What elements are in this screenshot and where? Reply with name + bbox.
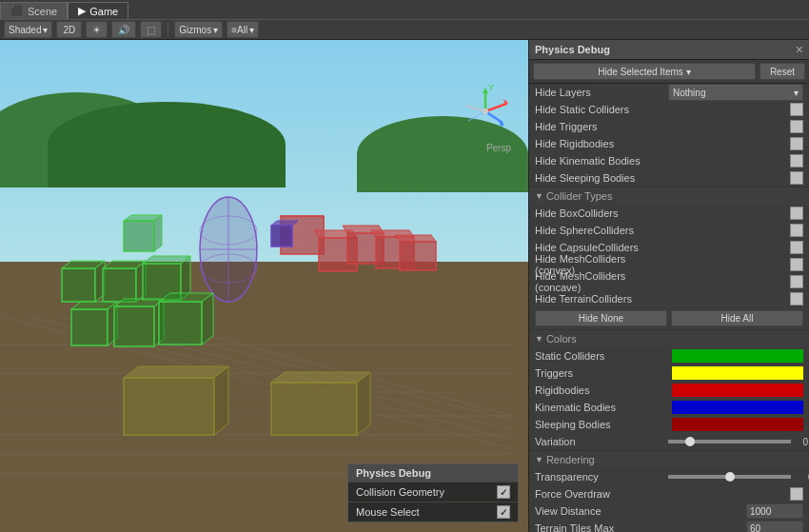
hide-none-button[interactable]: Hide None bbox=[535, 310, 667, 326]
hide-layers-value: Nothing bbox=[673, 88, 705, 98]
svg-marker-27 bbox=[395, 235, 436, 242]
gizmos-chevron: ▾ bbox=[213, 25, 218, 35]
force-overdraw-label: Force Overdraw bbox=[535, 488, 668, 500]
svg-rect-28 bbox=[400, 242, 436, 270]
hide-rigidbodies-row: Hide Rigidbodies bbox=[529, 135, 809, 152]
light-button[interactable]: ☀ bbox=[86, 21, 108, 38]
svg-rect-56 bbox=[271, 226, 292, 246]
physics-popup-item-collision[interactable]: Collision Geometry ✓ bbox=[348, 482, 518, 502]
hide-capsule-checkbox[interactable] bbox=[790, 241, 803, 254]
hide-layers-value-container: Nothing ▾ bbox=[668, 84, 803, 101]
view-distance-input[interactable] bbox=[746, 503, 803, 519]
rendering-label: Rendering bbox=[546, 454, 595, 465]
hide-mesh-concave-checkbox[interactable] bbox=[790, 275, 803, 288]
svg-point-67 bbox=[483, 108, 488, 114]
svg-marker-46 bbox=[202, 293, 213, 345]
svg-rect-44 bbox=[159, 302, 202, 345]
hide-static-row: Hide Static Colliders bbox=[529, 101, 809, 118]
all-chevron: ▾ bbox=[249, 25, 254, 35]
tab-bar: ⬛ Scene ▶ Game bbox=[0, 0, 809, 19]
sleeping-bodies-label: Sleeping Bodies bbox=[535, 419, 668, 430]
terrain-tiles-input[interactable] bbox=[746, 521, 803, 532]
rigidbodies-color-row: Rigidbodies bbox=[529, 382, 809, 399]
collision-geometry-label: Collision Geometry bbox=[356, 486, 444, 498]
hide-selected-button[interactable]: Hide Selected Items ▾ bbox=[533, 63, 756, 80]
hide-box-checkbox[interactable] bbox=[790, 207, 803, 220]
collision-geometry-checkbox[interactable]: ✓ bbox=[497, 485, 510, 499]
variation-row: Variation 0.15 bbox=[529, 433, 809, 450]
hide-buttons-row: Hide None Hide All bbox=[529, 307, 809, 329]
shading-label: Shaded bbox=[9, 25, 41, 35]
transparency-slider-container: 0.5 bbox=[668, 472, 809, 483]
collider-types-arrow: ▼ bbox=[535, 191, 543, 201]
view-distance-label: View Distance bbox=[535, 505, 668, 517]
collision-checkmark: ✓ bbox=[500, 487, 507, 498]
effects-button[interactable]: ⬚ bbox=[140, 21, 162, 38]
svg-marker-49 bbox=[154, 215, 162, 251]
hide-kinematic-row: Hide Kinematic Bodies bbox=[529, 152, 809, 169]
triggers-label: Triggers bbox=[535, 367, 668, 379]
transparency-slider[interactable] bbox=[668, 475, 791, 479]
panel-close-button[interactable]: × bbox=[796, 42, 803, 57]
collider-types-header[interactable]: ▼ Collider Types bbox=[529, 187, 809, 205]
transparency-value: 0.5 bbox=[795, 472, 809, 483]
hide-mesh-convex-checkbox[interactable] bbox=[790, 258, 803, 271]
hide-kinematic-checkbox[interactable] bbox=[790, 154, 803, 167]
hide-sleeping-checkbox[interactable] bbox=[790, 171, 803, 185]
kinematic-color-swatch[interactable] bbox=[672, 401, 803, 414]
hide-terrain-checkbox[interactable] bbox=[790, 292, 803, 305]
triggers-color-swatch[interactable] bbox=[672, 366, 803, 380]
hide-all-button[interactable]: Hide All bbox=[671, 310, 803, 326]
hide-terrain-label: Hide TerrainColliders bbox=[535, 293, 668, 305]
static-colliders-color-swatch[interactable] bbox=[672, 349, 803, 363]
mode-2d-button[interactable]: 2D bbox=[56, 21, 82, 38]
audio-icon: 🔊 bbox=[118, 25, 129, 35]
viewport[interactable]: Persp Y bbox=[0, 40, 528, 532]
mode-2d-label: 2D bbox=[63, 25, 75, 35]
gizmos-dropdown[interactable]: Gizmos ▾ bbox=[174, 21, 223, 38]
sleeping-color-row: Sleeping Bodies bbox=[529, 416, 809, 433]
hide-box-row: Hide BoxColliders bbox=[529, 205, 809, 222]
toolbar: Shaded ▾ 2D ☀ 🔊 ⬚ Gizmos ▾ ≡All ▾ bbox=[0, 19, 809, 40]
hide-static-checkbox[interactable] bbox=[790, 103, 803, 116]
hide-layers-dropdown[interactable]: Nothing ▾ bbox=[668, 84, 803, 101]
static-colliders-color-row: Static Colliders bbox=[529, 347, 809, 365]
all-dropdown[interactable]: ≡All ▾ bbox=[227, 21, 259, 38]
variation-value: 0.15 bbox=[795, 437, 809, 447]
force-overdraw-row: Force Overdraw bbox=[529, 485, 809, 502]
hide-kinematic-label: Hide Kinematic Bodies bbox=[535, 155, 668, 167]
svg-marker-54 bbox=[271, 372, 370, 383]
hide-sphere-checkbox[interactable] bbox=[790, 224, 803, 237]
hide-mesh-concave-row: Hide MeshColliders (concave) bbox=[529, 273, 809, 290]
reset-button[interactable]: Reset bbox=[760, 63, 805, 80]
game-tab-label: Game bbox=[89, 6, 118, 17]
colors-label: Colors bbox=[546, 333, 577, 345]
shading-dropdown[interactable]: Shaded ▾ bbox=[4, 21, 52, 38]
terrain-tiles-label: Terrain Tiles Max bbox=[535, 522, 668, 532]
tab-scene[interactable]: ⬛ Scene bbox=[0, 2, 68, 19]
hide-box-label: Hide BoxColliders bbox=[535, 207, 668, 219]
rigidbodies-color-swatch[interactable] bbox=[672, 384, 803, 397]
tab-game[interactable]: ▶ Game bbox=[68, 2, 128, 19]
physics-popup-item-mouse[interactable]: Mouse Select ✓ bbox=[348, 502, 518, 522]
view-distance-row: View Distance bbox=[529, 502, 809, 520]
colors-header[interactable]: ▼ Colors bbox=[529, 329, 809, 347]
rendering-header[interactable]: ▼ Rendering bbox=[529, 450, 809, 468]
hide-layers-label: Hide Layers bbox=[535, 87, 668, 98]
hide-sleeping-label: Hide Sleeping Bodies bbox=[535, 172, 668, 184]
audio-button[interactable]: 🔊 bbox=[111, 21, 136, 38]
sleeping-color-swatch[interactable] bbox=[672, 418, 803, 431]
hide-triggers-checkbox[interactable] bbox=[790, 120, 803, 133]
triggers-color-row: Triggers bbox=[529, 365, 809, 382]
force-overdraw-checkbox[interactable] bbox=[790, 487, 803, 501]
panel-title: Physics Debug bbox=[535, 44, 610, 55]
hide-rigidbodies-checkbox[interactable] bbox=[790, 137, 803, 150]
mouse-select-checkbox[interactable]: ✓ bbox=[497, 505, 510, 519]
gizmo[interactable]: Y bbox=[457, 83, 514, 140]
svg-marker-55 bbox=[357, 372, 370, 435]
hide-rigidbodies-label: Hide Rigidbodies bbox=[535, 138, 668, 149]
all-label: ≡All bbox=[231, 25, 247, 35]
hide-static-label: Hide Static Colliders bbox=[535, 104, 668, 115]
svg-text:Y: Y bbox=[488, 83, 494, 92]
variation-slider[interactable] bbox=[668, 440, 791, 443]
